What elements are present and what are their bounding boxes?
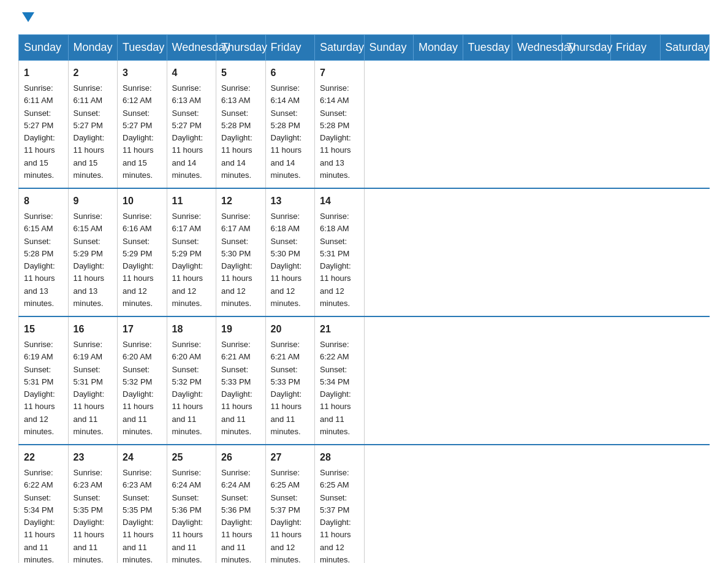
calendar-cell: 9Sunrise: 6:15 AMSunset: 5:29 PMDaylight… xyxy=(68,188,118,316)
calendar-week-row: 15Sunrise: 6:19 AMSunset: 5:31 PMDayligh… xyxy=(19,316,710,445)
calendar-cell: 28Sunrise: 6:25 AMSunset: 5:37 PMDayligh… xyxy=(315,445,365,563)
day-number: 4 xyxy=(172,66,211,80)
day-number: 15 xyxy=(24,322,63,337)
day-info: Sunrise: 6:25 AMSunset: 5:37 PMDaylight:… xyxy=(320,468,351,563)
day-number: 27 xyxy=(271,450,310,465)
calendar-cell: 8Sunrise: 6:15 AMSunset: 5:28 PMDaylight… xyxy=(19,188,69,316)
day-info: Sunrise: 6:21 AMSunset: 5:33 PMDaylight:… xyxy=(271,340,302,436)
day-number: 13 xyxy=(271,194,310,209)
day-header-tuesday: Tuesday xyxy=(118,35,167,61)
day-number: 21 xyxy=(320,322,359,337)
day-number: 10 xyxy=(123,194,162,209)
day-number: 2 xyxy=(74,66,113,80)
day-number: 23 xyxy=(74,450,113,465)
day-number: 6 xyxy=(271,66,310,80)
day-header-wednesday: Wednesday xyxy=(167,35,216,61)
calendar-cell: 14Sunrise: 6:18 AMSunset: 5:31 PMDayligh… xyxy=(315,188,365,316)
day-number: 17 xyxy=(123,322,162,337)
calendar-cell: 19Sunrise: 6:21 AMSunset: 5:33 PMDayligh… xyxy=(216,316,266,445)
calendar-cell: 10Sunrise: 6:16 AMSunset: 5:29 PMDayligh… xyxy=(118,188,167,316)
day-number: 5 xyxy=(221,66,260,80)
day-number: 8 xyxy=(24,194,63,209)
day-number: 7 xyxy=(320,66,359,80)
calendar-week-row: 8Sunrise: 6:15 AMSunset: 5:28 PMDaylight… xyxy=(19,188,710,316)
day-info: Sunrise: 6:18 AMSunset: 5:31 PMDaylight:… xyxy=(320,212,351,308)
day-number: 18 xyxy=(172,322,211,337)
day-number: 12 xyxy=(221,194,260,209)
calendar-cell: 21Sunrise: 6:22 AMSunset: 5:34 PMDayligh… xyxy=(315,316,365,445)
day-info: Sunrise: 6:23 AMSunset: 5:35 PMDaylight:… xyxy=(123,468,154,563)
day-info: Sunrise: 6:19 AMSunset: 5:31 PMDaylight:… xyxy=(24,340,55,436)
calendar-cell: 6Sunrise: 6:14 AMSunset: 5:28 PMDaylight… xyxy=(265,61,315,189)
day-info: Sunrise: 6:22 AMSunset: 5:34 PMDaylight:… xyxy=(320,340,351,436)
day-number: 28 xyxy=(320,450,359,465)
day-info: Sunrise: 6:24 AMSunset: 5:36 PMDaylight:… xyxy=(172,468,203,563)
day-number: 9 xyxy=(74,194,113,209)
day-number: 16 xyxy=(74,322,113,337)
calendar-cell: 15Sunrise: 6:19 AMSunset: 5:31 PMDayligh… xyxy=(19,316,69,445)
day-header-friday: Friday xyxy=(265,35,315,61)
day-number: 19 xyxy=(221,322,260,337)
day-header-monday: Monday xyxy=(68,35,118,61)
day-header-tuesday: Tuesday xyxy=(463,35,512,61)
day-number: 20 xyxy=(271,322,310,337)
day-info: Sunrise: 6:21 AMSunset: 5:33 PMDaylight:… xyxy=(221,340,252,436)
day-header-thursday: Thursday xyxy=(216,35,266,61)
calendar-week-row: 1Sunrise: 6:11 AMSunset: 5:27 PMDaylight… xyxy=(19,61,710,189)
calendar-cell: 25Sunrise: 6:24 AMSunset: 5:36 PMDayligh… xyxy=(167,445,216,563)
day-info: Sunrise: 6:24 AMSunset: 5:36 PMDaylight:… xyxy=(221,468,252,563)
calendar-cell: 7Sunrise: 6:14 AMSunset: 5:28 PMDaylight… xyxy=(315,61,365,189)
day-info: Sunrise: 6:17 AMSunset: 5:30 PMDaylight:… xyxy=(221,212,252,308)
day-header-thursday: Thursday xyxy=(561,35,611,61)
day-header-sunday: Sunday xyxy=(19,35,69,61)
calendar-cell: 20Sunrise: 6:21 AMSunset: 5:33 PMDayligh… xyxy=(265,316,315,445)
day-info: Sunrise: 6:15 AMSunset: 5:28 PMDaylight:… xyxy=(24,212,55,308)
day-info: Sunrise: 6:25 AMSunset: 5:37 PMDaylight:… xyxy=(271,468,302,563)
day-header-monday: Monday xyxy=(414,35,463,61)
day-info: Sunrise: 6:14 AMSunset: 5:28 PMDaylight:… xyxy=(271,83,302,180)
day-info: Sunrise: 6:15 AMSunset: 5:29 PMDaylight:… xyxy=(74,212,105,308)
day-number: 3 xyxy=(123,66,162,80)
calendar-cell: 11Sunrise: 6:17 AMSunset: 5:29 PMDayligh… xyxy=(167,188,216,316)
day-info: Sunrise: 6:12 AMSunset: 5:27 PMDaylight:… xyxy=(123,83,154,180)
calendar-cell: 4Sunrise: 6:13 AMSunset: 5:27 PMDaylight… xyxy=(167,61,216,189)
page-header xyxy=(18,12,710,22)
day-info: Sunrise: 6:11 AMSunset: 5:27 PMDaylight:… xyxy=(24,83,55,180)
day-info: Sunrise: 6:13 AMSunset: 5:27 PMDaylight:… xyxy=(172,83,203,180)
day-info: Sunrise: 6:22 AMSunset: 5:34 PMDaylight:… xyxy=(24,468,55,563)
day-info: Sunrise: 6:11 AMSunset: 5:27 PMDaylight:… xyxy=(74,83,105,180)
day-header-saturday: Saturday xyxy=(660,35,710,61)
calendar-cell: 12Sunrise: 6:17 AMSunset: 5:30 PMDayligh… xyxy=(216,188,266,316)
calendar-week-row: 22Sunrise: 6:22 AMSunset: 5:34 PMDayligh… xyxy=(19,445,710,563)
day-number: 24 xyxy=(123,450,162,465)
logo-blue-text xyxy=(18,12,34,22)
calendar-cell: 17Sunrise: 6:20 AMSunset: 5:32 PMDayligh… xyxy=(118,316,167,445)
day-info: Sunrise: 6:18 AMSunset: 5:30 PMDaylight:… xyxy=(271,212,302,308)
calendar-cell: 3Sunrise: 6:12 AMSunset: 5:27 PMDaylight… xyxy=(118,61,167,189)
day-number: 1 xyxy=(24,66,63,80)
day-info: Sunrise: 6:13 AMSunset: 5:28 PMDaylight:… xyxy=(221,83,252,180)
day-info: Sunrise: 6:20 AMSunset: 5:32 PMDaylight:… xyxy=(172,340,203,436)
calendar-cell: 5Sunrise: 6:13 AMSunset: 5:28 PMDaylight… xyxy=(216,61,266,189)
day-number: 25 xyxy=(172,450,211,465)
calendar-table: SundayMondayTuesdayWednesdayThursdayFrid… xyxy=(18,34,710,563)
calendar-cell: 22Sunrise: 6:22 AMSunset: 5:34 PMDayligh… xyxy=(19,445,69,563)
day-number: 11 xyxy=(172,194,211,209)
calendar-cell: 13Sunrise: 6:18 AMSunset: 5:30 PMDayligh… xyxy=(265,188,315,316)
day-info: Sunrise: 6:20 AMSunset: 5:32 PMDaylight:… xyxy=(123,340,154,436)
day-info: Sunrise: 6:17 AMSunset: 5:29 PMDaylight:… xyxy=(172,212,203,308)
day-header-sunday: Sunday xyxy=(364,35,414,61)
day-number: 14 xyxy=(320,194,359,209)
day-info: Sunrise: 6:14 AMSunset: 5:28 PMDaylight:… xyxy=(320,83,351,180)
calendar-cell: 16Sunrise: 6:19 AMSunset: 5:31 PMDayligh… xyxy=(68,316,118,445)
day-header-saturday: Saturday xyxy=(315,35,365,61)
day-header-friday: Friday xyxy=(611,35,661,61)
logo xyxy=(18,12,34,22)
calendar-cell: 27Sunrise: 6:25 AMSunset: 5:37 PMDayligh… xyxy=(265,445,315,563)
calendar-header-row: SundayMondayTuesdayWednesdayThursdayFrid… xyxy=(19,35,710,61)
calendar-cell: 24Sunrise: 6:23 AMSunset: 5:35 PMDayligh… xyxy=(118,445,167,563)
calendar-cell: 26Sunrise: 6:24 AMSunset: 5:36 PMDayligh… xyxy=(216,445,266,563)
calendar-cell: 18Sunrise: 6:20 AMSunset: 5:32 PMDayligh… xyxy=(167,316,216,445)
day-number: 26 xyxy=(221,450,260,465)
day-info: Sunrise: 6:16 AMSunset: 5:29 PMDaylight:… xyxy=(123,212,154,308)
